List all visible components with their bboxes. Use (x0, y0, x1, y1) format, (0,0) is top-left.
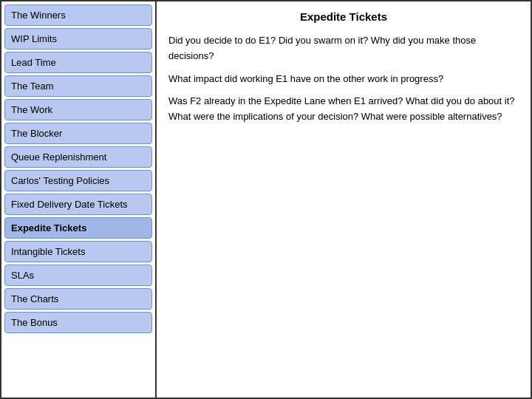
sidebar-item-the-charts[interactable]: The Charts (4, 288, 152, 310)
main-panel: Expedite Tickets Did you decide to do E1… (157, 1, 531, 398)
main-paragraph-0: Did you decide to do E1? Did you swarm o… (168, 33, 519, 64)
sidebar-item-fixed-delivery[interactable]: Fixed Delivery Date Tickets (4, 194, 152, 215)
sidebar-item-the-bonus[interactable]: The Bonus (4, 312, 152, 333)
sidebar-item-the-work[interactable]: The Work (4, 99, 152, 120)
sidebar-item-wip-limits[interactable]: WIP Limits (4, 28, 152, 50)
sidebar-item-expedite-tickets[interactable]: Expedite Tickets (4, 217, 152, 239)
main-paragraph-1: What impact did working E1 have on the o… (168, 72, 519, 87)
sidebar-item-queue-replenishment[interactable]: Queue Replenishment (4, 146, 152, 168)
sidebar-item-intangible-tickets[interactable]: Intangible Tickets (4, 241, 152, 262)
main-paragraph-2: Was F2 already in the Expedite Lane when… (168, 94, 519, 125)
sidebar-item-carlos-testing[interactable]: Carlos' Testing Policies (4, 170, 152, 191)
sidebar-item-slas[interactable]: SLAs (4, 265, 152, 286)
sidebar-item-the-team[interactable]: The Team (4, 75, 152, 97)
main-title: Expedite Tickets (168, 10, 519, 23)
sidebar-item-the-winners[interactable]: The Winners (4, 4, 152, 26)
sidebar-item-the-blocker[interactable]: The Blocker (4, 123, 152, 144)
sidebar-item-lead-time[interactable]: Lead Time (4, 52, 152, 73)
sidebar: The WinnersWIP LimitsLead TimeThe TeamTh… (1, 1, 157, 398)
main-content: Did you decide to do E1? Did you swarm o… (168, 33, 519, 132)
